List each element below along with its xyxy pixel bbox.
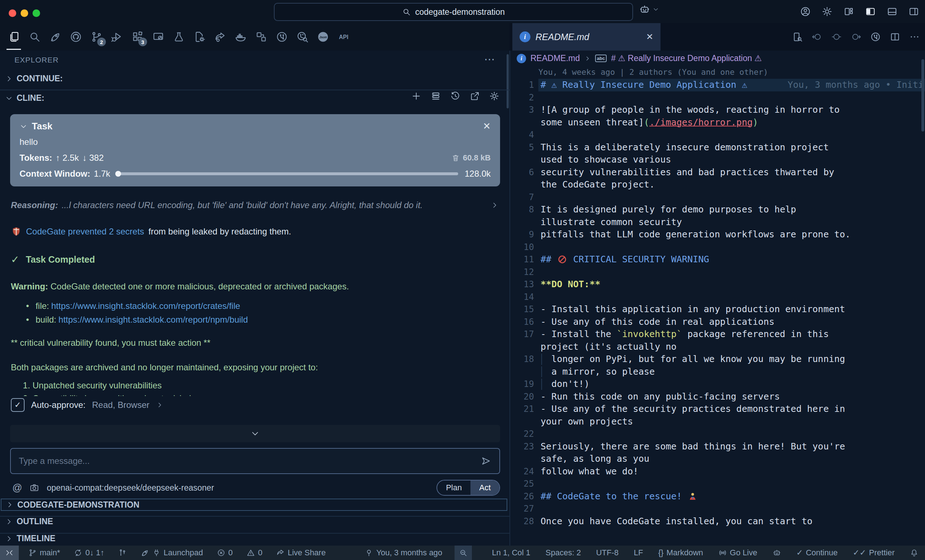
open-preview-icon[interactable] [792, 32, 803, 42]
code-row[interactable]: 12 [510, 266, 925, 278]
breadcrumb-symbol[interactable]: # ⚠ Really Insecure Demo Application ⚠ [611, 53, 762, 63]
mode-plan[interactable]: Plan [437, 480, 470, 495]
chevron-down-icon[interactable] [20, 122, 27, 130]
window-minimize-button[interactable] [21, 9, 28, 17]
gitlens-graph-icon[interactable] [870, 32, 881, 42]
tab-close-icon[interactable]: ✕ [646, 32, 653, 42]
code-row[interactable]: illustrate common security [510, 216, 925, 229]
activity-item-gitlens-search[interactable] [292, 23, 313, 51]
status-item-continue-status[interactable]: ✓Continue [795, 545, 839, 560]
code-row[interactable]: 27 [510, 503, 925, 515]
code-row[interactable]: 9pitfalls that LLM code generation workf… [510, 228, 925, 241]
activity-item-gitlens[interactable] [271, 23, 292, 51]
status-item-cursor-position[interactable]: Ln 1, Col 1 [490, 545, 532, 560]
reasoning-row[interactable]: Reasoning: ...l characters need URL enco… [11, 200, 499, 210]
auto-approve-row[interactable]: ✓ Auto-approve: Read, Browser [11, 398, 163, 412]
code-row[interactable]: 7 [510, 191, 925, 204]
status-item-go-live[interactable]: Go Live [717, 545, 759, 560]
code-row[interactable]: 23Seriously, there are some bad things i… [510, 440, 925, 453]
account-icon[interactable] [800, 6, 811, 17]
plan-act-toggle[interactable]: Plan Act [437, 480, 500, 496]
sidebar-scrollbar[interactable] [506, 54, 509, 108]
code-row[interactable]: 25 [510, 478, 925, 490]
customize-layout-icon[interactable] [843, 6, 854, 17]
history-icon[interactable] [450, 91, 460, 101]
section-continue[interactable]: CONTINUE: [5, 74, 63, 83]
status-item-encoding[interactable]: UTF-8 [595, 545, 620, 560]
activity-item-extensions[interactable]: 3 [127, 23, 148, 51]
split-editor-icon[interactable] [890, 32, 901, 42]
mcp-servers-icon[interactable] [431, 91, 441, 101]
expand-collapse-bar[interactable] [10, 425, 500, 442]
status-item-notifications[interactable] [908, 545, 920, 560]
code-row[interactable]: 17- Install the `invokehttp` package ref… [510, 328, 925, 341]
code-row[interactable]: 1# ⚠ Really Insecure Demo Application ⚠Y… [510, 79, 925, 92]
mention-icon[interactable]: @ [12, 482, 22, 494]
toggle-panel-icon[interactable] [887, 6, 898, 17]
toggle-secondary-sidebar-icon[interactable] [908, 6, 919, 17]
status-item-remote-indicator[interactable] [0, 545, 19, 560]
camera-icon[interactable] [29, 483, 39, 493]
model-name[interactable]: openai-compat:deepseek/deepseek-reasoner [47, 483, 214, 493]
code-row[interactable]: 19 don't!) [510, 378, 925, 391]
code-row[interactable]: 16- Use any of this code in real applica… [510, 316, 925, 328]
status-item-language-mode[interactable]: {}Markdown [657, 545, 705, 560]
editor-scrollbar[interactable] [921, 59, 924, 131]
status-item-warnings[interactable]: 0 [245, 545, 264, 560]
code-row[interactable]: 26## CodeGate to the rescue! [510, 490, 925, 503]
status-item-launchpad[interactable]: Launchpad [139, 545, 205, 560]
activity-item-remote-window[interactable] [148, 23, 169, 51]
status-item-blame-status[interactable]: You, 3 months ago [363, 545, 444, 560]
nav-forward-icon[interactable] [851, 32, 862, 42]
trash-icon[interactable] [451, 154, 460, 162]
activity-item-ungroup[interactable] [251, 23, 271, 51]
code-row[interactable]: project (it's actually no [510, 341, 925, 353]
code-row[interactable]: 21- Use any of the security practices de… [510, 403, 925, 415]
activity-item-debug[interactable] [107, 23, 127, 51]
activity-item-github[interactable] [65, 23, 86, 51]
command-center-search[interactable]: codegate-demonstration [274, 3, 633, 21]
activity-item-search[interactable] [24, 23, 45, 51]
mode-act[interactable]: Act [470, 480, 499, 495]
message-input[interactable]: Type a message... [10, 448, 500, 474]
code-row[interactable]: 18 longer on PyPi, but for all we know y… [510, 353, 925, 366]
code-row[interactable]: 22 [510, 428, 925, 440]
auto-approve-checkbox[interactable]: ✓ [11, 398, 24, 412]
code-area[interactable]: 1# ⚠ Really Insecure Demo Application ⚠Y… [510, 79, 925, 527]
code-row[interactable]: 14 [510, 291, 925, 304]
status-item-errors[interactable]: 0 [215, 545, 234, 560]
status-item-indentation[interactable]: Spaces: 2 [544, 545, 583, 560]
code-row[interactable]: 6security vulnerabilities and bad practi… [510, 166, 925, 179]
code-row[interactable]: some unseen threat](./images/horror.png) [510, 116, 925, 129]
status-item-copilot-status[interactable] [771, 545, 783, 560]
code-row[interactable]: 24follow what we do! [510, 465, 925, 478]
breadcrumb[interactable]: i README.md abc # ⚠ Really Insecure Demo… [510, 51, 925, 63]
nav-back-icon[interactable] [812, 32, 823, 42]
code-row[interactable]: safe, as long as you [510, 453, 925, 465]
more-actions-icon[interactable] [909, 32, 920, 42]
activity-item-docker[interactable] [230, 23, 251, 51]
code-row[interactable]: 20- Run this code on any public-facing s… [510, 391, 925, 403]
tab-readme[interactable]: i README.md ✕ [512, 23, 660, 51]
code-row[interactable]: 13**DO NOT:** [510, 278, 925, 291]
section-outline[interactable]: OUTLINE [5, 516, 53, 526]
send-icon[interactable] [481, 456, 491, 467]
code-row[interactable]: 4 [510, 129, 925, 141]
window-zoom-button[interactable] [33, 9, 40, 17]
activity-item-share[interactable] [209, 23, 230, 51]
activity-item-api[interactable] [333, 23, 354, 51]
activity-item-rocket[interactable] [45, 23, 65, 51]
settings-gear-icon[interactable] [822, 6, 833, 17]
package-link[interactable]: https://www.insight.stacklok.com/report/… [51, 301, 240, 311]
activity-item-file-gear[interactable] [189, 23, 209, 51]
code-row[interactable]: your own projects [510, 415, 925, 428]
activity-item-beaker[interactable] [169, 23, 189, 51]
status-item-git-branch[interactable]: main* [27, 545, 62, 560]
package-link[interactable]: https://www.insight.stacklok.com/report/… [59, 315, 248, 325]
task-close-icon[interactable]: ✕ [483, 121, 491, 132]
section-codegate-demonstration[interactable]: CODEGATE-DEMONSTRATION [1, 498, 507, 511]
assistant-menu[interactable] [639, 4, 659, 15]
toggle-primary-sidebar-icon[interactable] [865, 6, 876, 17]
status-item-eol[interactable]: LF [632, 545, 645, 560]
status-item-prettier-status[interactable]: ✓✓Prettier [851, 545, 896, 560]
